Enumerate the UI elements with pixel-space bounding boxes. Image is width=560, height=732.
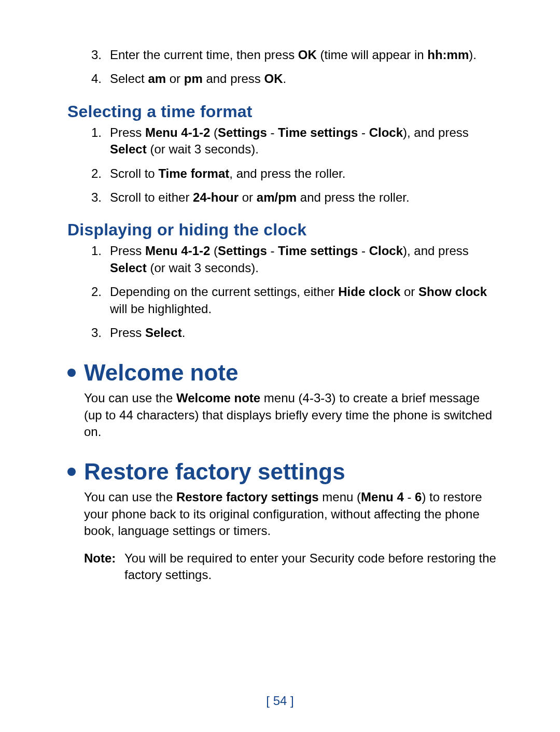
list-number: 3. <box>91 325 110 341</box>
list-item: 3. Press Select. <box>91 325 498 341</box>
list-item: 4. Select am or pm and press OK. <box>91 71 498 87</box>
subheading-display-clock: Displaying or hiding the clock <box>67 220 498 240</box>
bullet-icon <box>67 468 76 476</box>
list-number: 1. <box>91 124 110 158</box>
list-item: 1. Press Menu 4-1-2 (Settings - Time set… <box>91 124 498 158</box>
list-number: 3. <box>91 189 110 206</box>
list-time-format: 1. Press Menu 4-1-2 (Settings - Time set… <box>91 124 498 206</box>
list-number: 3. <box>91 47 110 63</box>
list-display-clock: 1. Press Menu 4-1-2 (Settings - Time set… <box>91 243 498 341</box>
paragraph-restore: You can use the Restore factory settings… <box>84 489 498 539</box>
subheading-time-format: Selecting a time format <box>67 102 498 121</box>
list-number: 4. <box>91 71 110 87</box>
list-item: 2. Scroll to Time format, and press the … <box>91 165 498 182</box>
heading-text: Restore factory settings <box>84 459 345 485</box>
heading-text: Welcome note <box>84 360 238 386</box>
list-time-entry: 3. Enter the current time, then press OK… <box>91 47 498 88</box>
note-text: You will be required to enter your Secur… <box>124 550 498 584</box>
list-item: 3. Scroll to either 24-hour or am/pm and… <box>91 189 498 206</box>
note-label: Note: <box>84 550 124 584</box>
list-text: Enter the current time, then press OK (t… <box>110 47 498 63</box>
page-number: [ 54 ] <box>0 694 560 708</box>
list-item: 2. Depending on the current settings, ei… <box>91 284 498 317</box>
list-number: 1. <box>91 243 110 276</box>
list-text: Scroll to Time format, and press the rol… <box>110 165 498 182</box>
list-text: Depending on the current settings, eithe… <box>110 284 498 317</box>
list-text: Press Select. <box>110 325 498 341</box>
list-number: 2. <box>91 165 110 182</box>
heading-welcome-note: Welcome note <box>67 360 498 386</box>
note-block: Note: You will be required to enter your… <box>84 550 498 584</box>
paragraph-welcome: You can use the Welcome note menu (4-3-3… <box>84 390 498 440</box>
list-text: Select am or pm and press OK. <box>110 71 498 87</box>
manual-page: 3. Enter the current time, then press OK… <box>0 0 560 732</box>
list-text: Scroll to either 24-hour or am/pm and pr… <box>110 189 498 206</box>
bullet-icon <box>67 369 76 377</box>
heading-restore-factory: Restore factory settings <box>67 459 498 485</box>
list-item: 1. Press Menu 4-1-2 (Settings - Time set… <box>91 243 498 276</box>
list-number: 2. <box>91 284 110 317</box>
list-item: 3. Enter the current time, then press OK… <box>91 47 498 63</box>
list-text: Press Menu 4-1-2 (Settings - Time settin… <box>110 124 498 158</box>
list-text: Press Menu 4-1-2 (Settings - Time settin… <box>110 243 498 276</box>
